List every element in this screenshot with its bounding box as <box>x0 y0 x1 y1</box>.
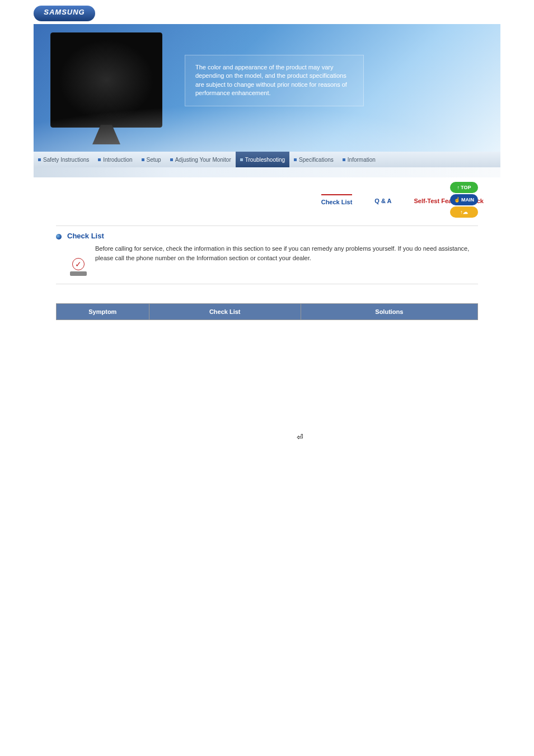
section-bullet-icon <box>56 234 62 240</box>
table-header-symptom: Symptom <box>57 304 149 320</box>
enter-key-icon: ⏎ <box>297 433 303 442</box>
product-image <box>50 32 162 128</box>
checklist-table: Symptom Check List Solutions <box>56 303 478 320</box>
nav-troubleshooting[interactable]: Troubleshooting <box>236 152 289 167</box>
link-button[interactable]: ↑ ☁ <box>450 206 478 218</box>
nav-bullet-icon <box>98 158 101 161</box>
nav-introduction[interactable]: Introduction <box>93 152 137 167</box>
subtab-check-list[interactable]: Check List <box>321 194 353 209</box>
samsung-logo: SAMSUNG <box>34 6 95 21</box>
hero-banner: The color and appearance of the product … <box>34 24 500 152</box>
sub-tabs: Check List Q & A Self-Test Feature Check <box>34 194 500 209</box>
page-spacer: ⏎ <box>0 320 534 684</box>
main-button-label: MAIN <box>461 197 474 203</box>
nav-setup[interactable]: Setup <box>137 152 166 167</box>
nav-bullet-icon <box>170 158 173 161</box>
nav-bullet-icon <box>240 158 243 161</box>
nav-adjusting[interactable]: Adjusting Your Monitor <box>166 152 236 167</box>
table-header-solutions: Solutions <box>301 304 477 320</box>
person-icon <box>70 271 87 276</box>
nav-label: Setup <box>147 157 161 163</box>
main-nav: Safety Instructions Introduction Setup A… <box>34 152 500 167</box>
product-image-stand <box>92 125 120 144</box>
nav-label: Adjusting Your Monitor <box>175 157 231 163</box>
hero-notice: The color and appearance of the product … <box>185 55 364 106</box>
nav-bullet-icon <box>343 158 345 161</box>
top-button[interactable]: ↑ TOP <box>450 182 478 193</box>
check-icon: ✓ <box>72 258 85 270</box>
link-icon: ☁ <box>463 209 468 215</box>
section-note: Before calling for service, check the in… <box>95 244 478 276</box>
nav-label: Introduction <box>103 157 132 163</box>
side-buttons: ↑ TOP ☝ MAIN ↑ ☁ <box>450 182 478 218</box>
nav-label: Troubleshooting <box>245 157 285 163</box>
pointer-icon: ☝ <box>454 197 460 203</box>
nav-label: Safety Instructions <box>43 157 89 163</box>
arrow-up-icon: ↑ <box>457 185 460 190</box>
nav-bullet-icon <box>142 158 144 161</box>
nav-information[interactable]: Information <box>338 152 380 167</box>
nav-label: Information <box>348 157 376 163</box>
main-button[interactable]: ☝ MAIN <box>450 194 478 205</box>
subtab-qa[interactable]: Q & A <box>374 194 391 209</box>
nav-bullet-icon <box>294 158 297 161</box>
table-header-checklist: Check List <box>149 304 301 320</box>
section-title: Check List <box>67 232 478 240</box>
nav-bullet-icon <box>38 158 41 161</box>
nav-label: Specifications <box>299 157 334 163</box>
nav-safety-instructions[interactable]: Safety Instructions <box>34 152 93 167</box>
nav-specifications[interactable]: Specifications <box>289 152 338 167</box>
top-button-label: TOP <box>461 185 471 190</box>
nav-gradient-strip <box>34 167 500 177</box>
